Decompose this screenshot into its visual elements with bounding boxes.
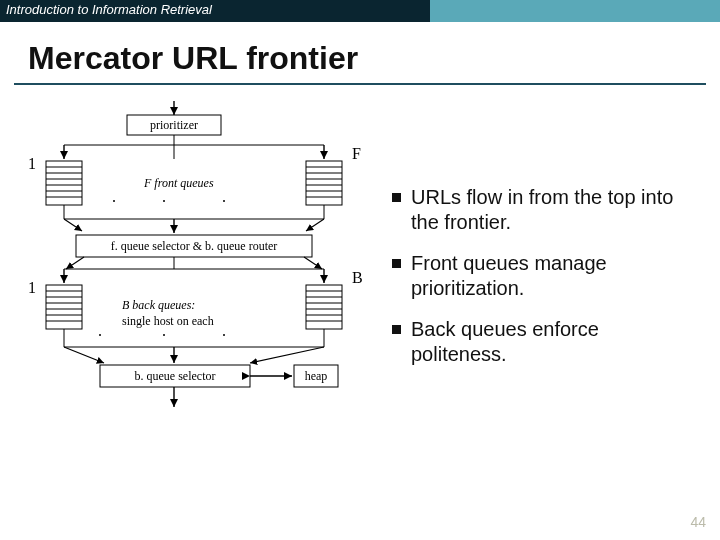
bullets-column: URLs flow in from the top into the front… [374,95,706,505]
content-area: prioritizer 1 F F front queues [0,95,720,505]
bullet-text: URLs flow in from the top into the front… [411,185,688,235]
svg-line-28 [64,219,82,231]
title-underline [14,83,706,85]
header-accent [430,0,720,22]
slide-title: Mercator URL frontier [28,40,720,77]
prioritizer-label: prioritizer [150,118,198,132]
bullet-text: Back queues enforce politeness. [411,317,688,367]
svg-point-23 [223,200,225,202]
front-left-number: 1 [28,155,36,172]
svg-rect-44 [306,285,342,329]
svg-point-52 [163,334,165,336]
b-queue-selector-label: b. queue selector [135,369,216,383]
front-queue-right [306,161,342,205]
bullet-square-icon [392,325,401,334]
selector-router-label: f. queue selector & b. queue router [111,239,278,253]
bullet-text: Front queues manage prioritization. [411,251,688,301]
svg-line-58 [64,347,104,363]
svg-line-36 [304,257,322,269]
svg-point-22 [163,200,165,202]
bullet-item: Back queues enforce politeness. [392,317,688,367]
course-title: Introduction to Information Retrieval [0,0,430,22]
front-queue-left [46,161,82,205]
page-number: 44 [690,514,706,530]
back-right-letter: B [352,269,363,286]
bullet-square-icon [392,259,401,268]
bullet-square-icon [392,193,401,202]
svg-point-21 [113,200,115,202]
svg-line-29 [306,219,324,231]
mercator-diagram: prioritizer 1 F F front queues [14,101,374,501]
heap-label: heap [305,369,328,383]
bullet-item: URLs flow in from the top into the front… [392,185,688,235]
header-bar: Introduction to Information Retrieval [0,0,720,22]
back-left-number: 1 [28,279,36,296]
svg-line-35 [66,257,84,269]
svg-rect-14 [306,161,342,205]
back-queues-label-2: single host on each [122,314,214,328]
back-queues-label-1: B back queues: [122,298,195,312]
back-queue-right [306,285,342,329]
svg-point-51 [99,334,101,336]
bullet-item: Front queues manage prioritization. [392,251,688,301]
svg-rect-37 [46,285,82,329]
front-right-letter: F [352,145,361,162]
back-queue-left [46,285,82,329]
front-queues-label: F front queues [143,176,214,190]
diagram-column: prioritizer 1 F F front queues [14,95,374,505]
svg-point-53 [223,334,225,336]
svg-line-59 [250,347,324,363]
svg-rect-7 [46,161,82,205]
